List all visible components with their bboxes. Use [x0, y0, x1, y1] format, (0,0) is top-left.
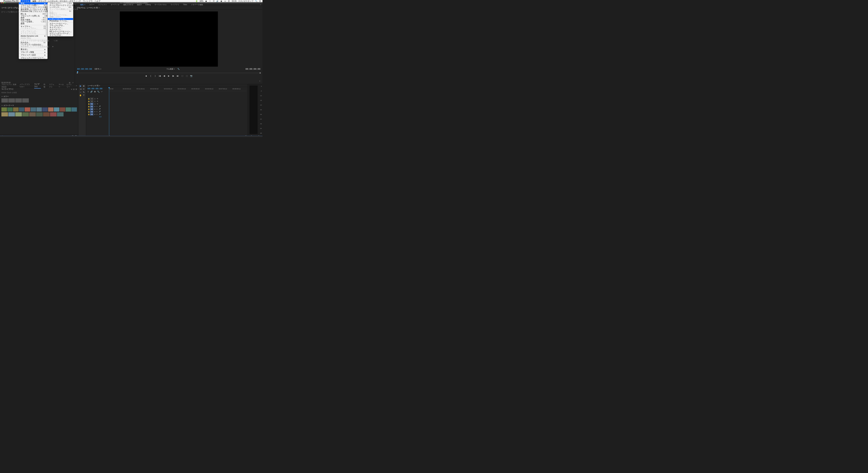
toggle-output-icon[interactable]: ◫	[94, 98, 96, 100]
menu-item[interactable]: Adobe Dynamic Link▶	[19, 35, 48, 37]
theme-swatch[interactable]	[8, 112, 15, 117]
timeline-timecode[interactable]: 00:00:00:00	[88, 87, 102, 90]
menu-graphic[interactable]: グラフィック	[69, 0, 81, 2]
theme-swatch[interactable]	[36, 107, 42, 112]
voice-icon[interactable]: 🎤	[99, 106, 100, 107]
theme-swatch[interactable]	[25, 107, 30, 112]
video-track[interactable]: 🔒V3◫👁	[88, 97, 246, 100]
zoom-select[interactable]: 100 %▾	[94, 68, 101, 70]
in-bracket-button[interactable]: {	[150, 75, 152, 77]
audio-track[interactable]: 🔒A3MS🎤	[88, 111, 246, 113]
theme-swatch[interactable]	[36, 112, 43, 117]
voice-icon[interactable]: 🎤	[99, 108, 100, 110]
menu-item[interactable]: 復帰	[19, 23, 48, 25]
battery-icon[interactable]: 🔋	[196, 0, 198, 2]
menu-file[interactable]: ファイル	[21, 0, 30, 2]
track-label[interactable]: A3	[90, 111, 93, 113]
tab-info[interactable]: 情報	[43, 83, 46, 88]
hand-tool[interactable]: ✋	[79, 94, 82, 97]
voice-icon[interactable]: 🎤	[99, 114, 100, 115]
ws-edita[interactable]: 編集A	[137, 3, 142, 6]
section-theme[interactable]: カラーテーマ	[0, 103, 78, 107]
tab-library[interactable]: ライブラリ	[34, 83, 41, 89]
swatch[interactable]	[22, 98, 29, 102]
mute-icon[interactable]: M	[94, 111, 95, 113]
user-name[interactable]: スタジオスタッフ	[238, 0, 253, 2]
ws-cs55[interactable]: 編集 (CS5.5)	[123, 3, 133, 6]
app-name[interactable]: Premiere Pro CC	[3, 0, 19, 2]
lock-icon[interactable]: 🔒	[88, 98, 90, 100]
timeline-ruler[interactable]: :00:0000:00:59:2200:01:59:2100:02:59:190…	[109, 88, 246, 91]
lock-icon[interactable]: 🔒	[88, 100, 90, 102]
lift-button[interactable]: ⬚	[181, 75, 184, 77]
menu-item[interactable]: プロパティ情報▶	[19, 51, 48, 53]
swatch[interactable]	[8, 98, 15, 102]
theme-swatch[interactable]	[54, 107, 59, 112]
theme-swatch[interactable]	[66, 107, 71, 112]
theme-swatch[interactable]	[22, 112, 29, 117]
video-track[interactable]: 🔒V1◫👁	[88, 102, 246, 105]
ws-effects[interactable]: エフェクト	[98, 3, 107, 6]
lock-icon[interactable]: 🔒	[88, 108, 90, 110]
goto-in-button[interactable]: |◀	[158, 75, 161, 77]
step-fwd-button[interactable]: |▶	[172, 75, 175, 77]
theme-swatch[interactable]	[19, 107, 25, 112]
theme-swatch[interactable]	[15, 112, 22, 117]
mute-icon[interactable]: M	[94, 114, 95, 115]
add-button-icon[interactable]: ＋	[259, 80, 261, 82]
tab-effects[interactable]: エフェクト	[49, 83, 56, 88]
tab-markers[interactable]: マーカー	[59, 83, 64, 88]
program-timecode-right[interactable]: 00:00:00:00	[245, 68, 260, 70]
ws-editing[interactable]: 編集≡	[80, 3, 85, 6]
tab-mediabrowser[interactable]: メディアブラウザー	[20, 83, 31, 88]
out-bracket-button[interactable]: }	[154, 75, 156, 77]
eye-icon[interactable]: 👁	[97, 103, 98, 105]
snapshot-button[interactable]: 📷	[190, 75, 192, 77]
clock-time[interactable]: 15:15	[231, 0, 237, 2]
program-tab[interactable]: プログラム : シーケンス 01	[77, 7, 98, 9]
workspace-overflow-icon[interactable]: »	[260, 4, 261, 5]
lock-icon[interactable]: 🔒	[88, 103, 90, 105]
settings-icon[interactable]: 🔧	[178, 68, 180, 70]
program-scrubber[interactable]	[77, 71, 260, 74]
swatch[interactable]	[1, 98, 8, 102]
shield-icon[interactable]: ◆	[205, 0, 207, 2]
master-level[interactable]: 0.0	[88, 116, 246, 118]
theme-swatch[interactable]	[60, 107, 65, 112]
ripple-tool[interactable]: ⇥	[79, 88, 82, 91]
ws-audio[interactable]: オーディオ	[111, 3, 119, 6]
audio-track[interactable]: 🔒A4MS🎤	[88, 113, 246, 116]
audio-track[interactable]: 🔒A1MS🎤	[88, 105, 246, 108]
theme-swatch[interactable]	[29, 112, 36, 117]
step-back-button[interactable]: ◀|	[163, 75, 165, 77]
track-label[interactable]: V1	[90, 103, 93, 105]
settings-icon[interactable]: 🔧	[97, 91, 100, 93]
theme-swatch[interactable]	[48, 107, 54, 112]
cc-icon[interactable]: ◉	[220, 0, 222, 2]
grid-view-icon[interactable]: ⊞	[73, 88, 74, 90]
theme-swatch[interactable]	[31, 107, 36, 112]
marker-icon[interactable]: ⬢	[94, 91, 96, 93]
program-timecode-left[interactable]: 00:00:00:00	[77, 68, 92, 70]
play-button[interactable]: ▶	[167, 75, 170, 77]
solo-icon[interactable]: S	[96, 111, 98, 113]
minimize-icon[interactable]	[3, 2, 4, 3]
theme-swatch[interactable]	[13, 107, 19, 112]
zoom-icon[interactable]	[4, 2, 5, 3]
type-tool[interactable]: T	[83, 94, 85, 97]
lock-icon[interactable]: 🔒	[88, 106, 90, 107]
razor-tool[interactable]: ✂	[83, 88, 85, 91]
slip-tool[interactable]: ↔	[79, 91, 82, 94]
theme-swatch[interactable]	[1, 107, 7, 112]
solo-icon[interactable]: S	[96, 114, 98, 115]
track-label[interactable]: A1	[90, 105, 93, 108]
theme-swatch[interactable]	[57, 112, 64, 117]
tab-history[interactable]: ヒストリー	[66, 83, 73, 88]
menu-window[interactable]: ウィンドウ	[83, 0, 93, 2]
ws-titles[interactable]: Titles	[183, 4, 187, 5]
eye-icon[interactable]: 👁	[97, 100, 98, 102]
tab-project[interactable]: プロジェクト: 名称未設定	[1, 83, 17, 88]
eye-icon[interactable]: 👁	[97, 98, 98, 100]
sync-icon[interactable]: ⟳	[213, 0, 215, 2]
menu-item[interactable]: Premiere Clip プロジェクトを変換...	[19, 10, 48, 12]
